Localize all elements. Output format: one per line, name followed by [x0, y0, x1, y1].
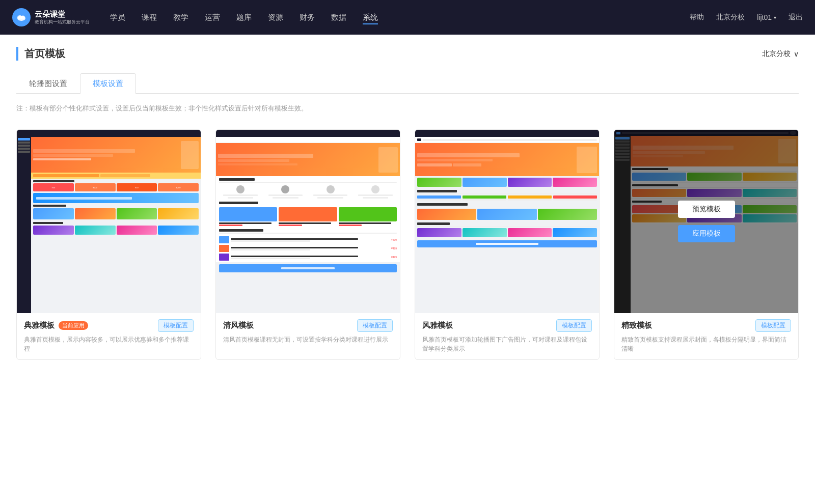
template-card-qingfeng: ¥499 ¥499 ¥499	[215, 129, 400, 360]
template-desc-dianya: 典雅首页模板，展示内容较多，可以展示优惠券和多个推荐课程	[24, 335, 194, 353]
template-name-jingzhi: 精致模板	[621, 321, 652, 330]
logo-text: 云朵课堂 教育机构一站式服务云平台	[35, 9, 90, 25]
template-info-jingzhi: 精致模板 模板配置 精致首页模板支持课程展示封面，各模板分隔明显，界面简洁清晰	[614, 313, 798, 359]
template-preview-jingzhi: 预览模板 应用模板	[614, 130, 798, 313]
tabs: 轮播图设置 模板设置	[16, 73, 799, 94]
template-desc-qingfeng: 清风首页模板课程无封面，可设置按学科分类对课程进行展示	[223, 335, 393, 344]
tab-template[interactable]: 模板设置	[80, 73, 136, 94]
tab-carousel[interactable]: 轮播图设置	[16, 73, 80, 94]
help-link[interactable]: 帮助	[690, 13, 704, 22]
nav-students[interactable]: 学员	[110, 11, 125, 24]
template-name-fengya: 风雅模板	[422, 321, 453, 330]
template-desc-jingzhi: 精致首页模板支持课程展示封面，各模板分隔明显，界面简洁清晰	[621, 335, 791, 353]
btn-preview-jingzhi[interactable]: 预览模板	[678, 201, 735, 218]
nav-finance[interactable]: 财务	[300, 11, 315, 24]
logout-link[interactable]: 退出	[789, 13, 803, 22]
logo-icon	[12, 8, 31, 26]
template-card-fengya: 风雅模板 模板配置 风雅首页模板可添加轮播图下广告图片，可对课程及课程包设置学科…	[415, 129, 600, 360]
btn-config-qingfeng[interactable]: 模板配置	[357, 319, 393, 332]
template-preview-qingfeng: ¥499 ¥499 ¥499	[216, 130, 400, 313]
template-card-jingzhi: 预览模板 应用模板 精致模板 模板配置 精致首页模板支持课程展示封面，各模板分隔…	[614, 129, 799, 360]
branch-label: 北京分校	[762, 49, 791, 59]
nav-resources[interactable]: 资源	[268, 11, 283, 24]
navbar: 云朵课堂 教育机构一站式服务云平台 学员 课程 教学 运营 题库 资源 财务 数…	[0, 0, 815, 35]
page-header: 首页模板 北京分校 ∨	[16, 47, 799, 61]
nav-operations[interactable]: 运营	[205, 11, 220, 24]
template-preview-dianya: ¥30 ¥200 ¥30 ¥200	[17, 130, 201, 313]
template-card-dianya: ¥30 ¥200 ¥30 ¥200	[16, 129, 201, 360]
template-name-dianya: 典雅模板	[24, 321, 55, 330]
btn-config-jingzhi[interactable]: 模板配置	[755, 319, 791, 332]
nav-data[interactable]: 数据	[331, 11, 346, 24]
template-info-dianya: 典雅模板 当前应用 模板配置 典雅首页模板，展示内容较多，可以展示优惠券和多个推…	[17, 313, 201, 359]
template-preview-fengya	[415, 130, 599, 313]
note-text: 注：模板有部分个性化样式设置，设置后仅当前模板生效；非个性化样式设置后针对所有模…	[16, 104, 799, 113]
user-menu[interactable]: lijt01 ▾	[757, 13, 776, 21]
nav-teaching[interactable]: 教学	[173, 11, 188, 24]
nav-questions[interactable]: 题库	[236, 11, 252, 24]
nav-links: 学员 课程 教学 运营 题库 资源 财务 数据 系统	[110, 11, 690, 24]
templates-grid: ¥30 ¥200 ¥30 ¥200	[16, 129, 799, 360]
branch-link[interactable]: 北京分校	[716, 13, 745, 22]
badge-current: 当前应用	[59, 321, 88, 330]
btn-config-fengya[interactable]: 模板配置	[556, 319, 592, 332]
template-desc-fengya: 风雅首页模板可添加轮播图下广告图片，可对课程及课程包设置学科分类展示	[422, 335, 592, 353]
template-hover-overlay: 预览模板 应用模板	[614, 130, 798, 313]
nav-system[interactable]: 系统	[363, 11, 378, 24]
template-name-qingfeng: 清风模板	[223, 321, 254, 330]
logo[interactable]: 云朵课堂 教育机构一站式服务云平台	[12, 8, 90, 26]
btn-config-dianya[interactable]: 模板配置	[158, 319, 194, 332]
btn-apply-jingzhi[interactable]: 应用模板	[678, 225, 735, 242]
user-chevron-icon: ▾	[774, 15, 776, 20]
page-content: 首页模板 北京分校 ∨ 轮播图设置 模板设置 注：模板有部分个性化样式设置，设置…	[0, 35, 815, 504]
branch-selector[interactable]: 北京分校 ∨	[762, 49, 799, 59]
nav-right: 帮助 北京分校 lijt01 ▾ 退出	[690, 13, 803, 22]
template-info-fengya: 风雅模板 模板配置 风雅首页模板可添加轮播图下广告图片，可对课程及课程包设置学科…	[415, 313, 599, 359]
template-info-qingfeng: 清风模板 模板配置 清风首页模板课程无封面，可设置按学科分类对课程进行展示	[216, 313, 400, 350]
branch-chevron-icon: ∨	[794, 50, 799, 58]
page-title: 首页模板	[16, 47, 65, 61]
nav-courses[interactable]: 课程	[142, 11, 157, 24]
svg-point-2	[21, 16, 25, 19]
